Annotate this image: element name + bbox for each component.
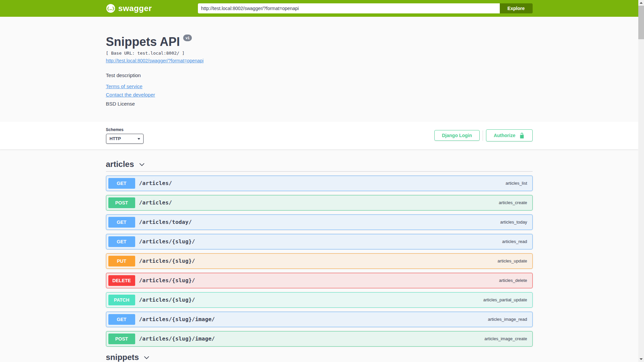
page-title: Snippets API v1: [106, 35, 533, 49]
operation-id: articles_image_create: [484, 336, 527, 341]
opblock-articles_image_create: POST /articles/{slug}/image/ articles_im…: [106, 331, 533, 347]
license-text: BSD License: [106, 101, 533, 107]
opblock-articles_read: GET /articles/{slug}/ articles_read: [106, 234, 533, 249]
operation-id: articles_today: [500, 220, 527, 225]
terms-of-service-link[interactable]: Terms of service: [106, 83, 143, 90]
operation-path: /articles/: [139, 180, 506, 186]
operation-id: articles_create: [499, 200, 527, 205]
chevron-down-icon: [139, 162, 145, 168]
spec-url-form: Explore: [198, 3, 533, 13]
scheme-container: Schemes HTTP Django Login Authorize: [0, 122, 638, 149]
information-container: Snippets API v1 [ Base URL: test.local:8…: [106, 17, 533, 122]
spec-url-input[interactable]: [198, 3, 500, 13]
django-login-label: Django Login: [442, 133, 472, 138]
swagger-logo[interactable]: {…} swagger: [106, 4, 152, 13]
swagger-page: {…} swagger Explore Snippets API v1 [ Ba…: [0, 0, 638, 362]
operation-summary[interactable]: GET /articles/{slug}/image/ articles_ima…: [106, 312, 532, 327]
tag-title: snippets: [106, 353, 139, 361]
operation-id: articles_list: [505, 181, 527, 186]
tag-title: articles: [106, 160, 134, 168]
method-badge: POST: [108, 197, 135, 208]
opblock-articles_delete: DELETE /articles/{slug}/ articles_delete: [106, 273, 533, 288]
operation-path: /articles/{slug}/: [139, 277, 499, 284]
opblock-articles_update: PUT /articles/{slug}/ articles_update: [106, 253, 533, 269]
method-badge: PATCH: [108, 295, 135, 305]
chevron-down-icon: [144, 355, 150, 361]
operation-id: articles_delete: [499, 278, 527, 283]
operation-path: /articles/{slug}/: [139, 258, 498, 264]
schemes-group: Schemes HTTP: [106, 127, 144, 144]
opblock-articles_today: GET /articles/today/ articles_today: [106, 215, 533, 230]
schemes-select[interactable]: HTTP: [106, 134, 144, 144]
authorize-label: Authorize: [494, 133, 516, 138]
explore-button[interactable]: Explore: [500, 3, 533, 13]
operation-summary[interactable]: POST /articles/{slug}/image/ articles_im…: [106, 331, 532, 346]
api-title-text: Snippets API: [106, 35, 180, 49]
operation-path: /articles/{slug}/image/: [139, 316, 488, 322]
spec-link[interactable]: http://test.local:8002/swagger/?format=o…: [106, 58, 204, 63]
brand-title: swagger: [118, 4, 152, 13]
operation-summary[interactable]: GET /articles/{slug}/ articles_read: [106, 234, 532, 249]
unlock-icon: [519, 132, 525, 138]
operation-summary[interactable]: DELETE /articles/{slug}/ articles_delete: [106, 273, 532, 288]
base-url: [ Base URL: test.local:8002/ ]: [106, 51, 533, 56]
api-description: Test description: [106, 72, 533, 79]
info-links: Terms of service Contact the developer: [106, 83, 533, 98]
scroll-up-button[interactable]: [638, 0, 644, 6]
operation-summary[interactable]: POST /articles/ articles_create: [106, 195, 532, 210]
operations-list: GET /articles/ articles_list POST /artic…: [106, 176, 533, 347]
api-sections: articles GET /articles/ articles_list PO…: [106, 149, 533, 362]
operation-summary[interactable]: PATCH /articles/{slug}/ articles_partial…: [106, 293, 532, 307]
tag-section: snippets GET /snippets/ snippets_list: [106, 353, 533, 362]
operation-path: /articles/{slug}/: [139, 297, 483, 303]
method-badge: GET: [108, 217, 135, 228]
opblock-articles_create: POST /articles/ articles_create: [106, 195, 533, 210]
scroll-down-icon: [640, 358, 643, 360]
auth-wrapper: Django Login Authorize: [434, 129, 533, 141]
method-badge: PUT: [108, 256, 135, 266]
scroll-down-button[interactable]: [638, 356, 644, 362]
opblock-articles_partial_update: PATCH /articles/{slug}/ articles_partial…: [106, 292, 533, 308]
operation-summary[interactable]: GET /articles/ articles_list: [106, 176, 532, 191]
operation-path: /articles/today/: [139, 219, 500, 225]
operation-id: articles_update: [497, 258, 527, 263]
operation-summary[interactable]: PUT /articles/{slug}/ articles_update: [106, 254, 532, 268]
operation-id: articles_read: [502, 239, 527, 244]
operation-path: /articles/{slug}/: [139, 238, 502, 245]
scroll-up-icon: [640, 2, 643, 4]
method-badge: GET: [108, 236, 135, 247]
svg-text:{…}: {…}: [107, 6, 114, 11]
method-badge: GET: [108, 314, 135, 325]
operation-id: articles_image_read: [488, 317, 527, 322]
auth-divider: [483, 130, 483, 141]
method-badge: GET: [108, 178, 135, 189]
method-badge: POST: [108, 334, 135, 344]
operation-path: /articles/{slug}/image/: [139, 336, 485, 342]
tag-header-snippets[interactable]: snippets: [106, 353, 533, 362]
swagger-logo-icon: {…}: [106, 4, 115, 13]
operation-summary[interactable]: GET /articles/today/ articles_today: [106, 215, 532, 230]
contact-developer-link[interactable]: Contact the developer: [106, 92, 155, 98]
operation-path: /articles/: [139, 199, 499, 206]
scrollbar[interactable]: [638, 0, 644, 362]
authorize-button[interactable]: Authorize: [486, 129, 533, 141]
tag-section: articles GET /articles/ articles_list PO…: [106, 160, 533, 347]
method-badge: DELETE: [108, 275, 135, 286]
version-badge: v1: [183, 35, 192, 41]
tag-header-articles[interactable]: articles: [106, 160, 533, 172]
scroll-thumb[interactable]: [638, 6, 644, 39]
django-login-button[interactable]: Django Login: [434, 130, 480, 141]
opblock-articles_image_read: GET /articles/{slug}/image/ articles_ima…: [106, 312, 533, 327]
topbar: {…} swagger Explore: [0, 0, 638, 17]
opblock-articles_list: GET /articles/ articles_list: [106, 176, 533, 191]
operation-id: articles_partial_update: [483, 297, 527, 302]
schemes-label: Schemes: [106, 127, 144, 132]
